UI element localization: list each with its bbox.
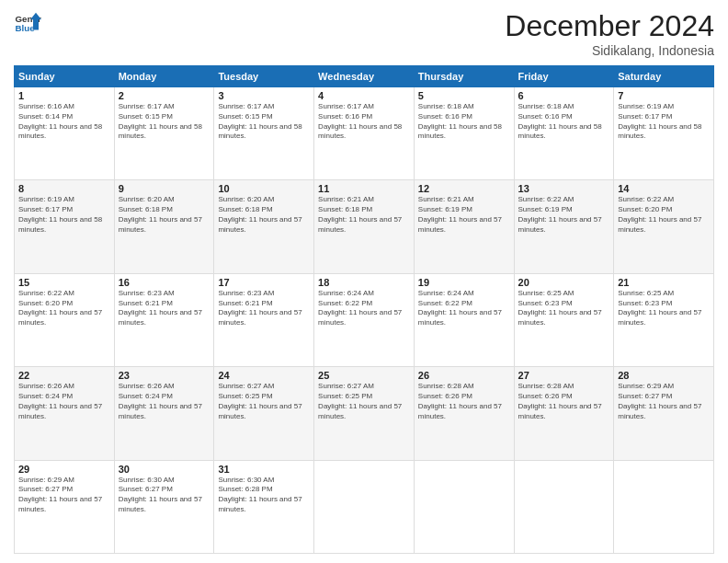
col-header-tuesday: Tuesday: [214, 66, 314, 87]
day-number: 15: [18, 277, 110, 288]
day-cell: 9 Sunrise: 6:20 AM Sunset: 6:18 PM Dayli…: [114, 180, 214, 273]
week-row-3: 15 Sunrise: 6:22 AM Sunset: 6:20 PM Dayl…: [15, 273, 714, 366]
day-number: 9: [119, 183, 210, 194]
day-cell: 28 Sunrise: 6:29 AM Sunset: 6:27 PM Dayl…: [614, 367, 714, 460]
day-number: 3: [218, 90, 310, 101]
day-info: Sunrise: 6:23 AM Sunset: 6:21 PM Dayligh…: [218, 289, 310, 328]
day-cell: 14 Sunrise: 6:22 AM Sunset: 6:20 PM Dayl…: [614, 180, 714, 273]
day-number: 22: [18, 370, 110, 381]
day-info: Sunrise: 6:21 AM Sunset: 6:18 PM Dayligh…: [318, 195, 410, 235]
day-number: 25: [318, 370, 410, 381]
day-number: 23: [119, 370, 210, 381]
day-info: Sunrise: 6:25 AM Sunset: 6:23 PM Dayligh…: [518, 289, 610, 328]
day-info: Sunrise: 6:19 AM Sunset: 6:17 PM Dayligh…: [618, 102, 710, 142]
day-cell: 4 Sunrise: 6:17 AM Sunset: 6:16 PM Dayli…: [314, 87, 415, 180]
day-cell: 10 Sunrise: 6:20 AM Sunset: 6:18 PM Dayl…: [214, 180, 314, 273]
day-cell: 12 Sunrise: 6:21 AM Sunset: 6:19 PM Dayl…: [414, 180, 514, 273]
day-number: 2: [119, 90, 210, 101]
day-cell: 16 Sunrise: 6:23 AM Sunset: 6:21 PM Dayl…: [114, 273, 214, 366]
col-header-saturday: Saturday: [614, 66, 714, 87]
day-info: Sunrise: 6:28 AM Sunset: 6:26 PM Dayligh…: [418, 382, 510, 421]
day-number: 12: [418, 183, 510, 194]
calendar-header-row: SundayMondayTuesdayWednesdayThursdayFrid…: [15, 66, 714, 87]
day-info: Sunrise: 6:29 AM Sunset: 6:27 PM Dayligh…: [18, 476, 110, 515]
day-info: Sunrise: 6:18 AM Sunset: 6:16 PM Dayligh…: [518, 102, 610, 142]
day-cell: 1 Sunrise: 6:16 AM Sunset: 6:14 PM Dayli…: [15, 87, 115, 180]
day-info: Sunrise: 6:24 AM Sunset: 6:22 PM Dayligh…: [318, 289, 410, 328]
page: General Blue December 2024 Sidikalang, I…: [0, 0, 728, 563]
day-number: 17: [218, 277, 310, 288]
day-number: 21: [618, 277, 710, 288]
day-cell: 18 Sunrise: 6:24 AM Sunset: 6:22 PM Dayl…: [314, 273, 415, 366]
location-title: Sidikalang, Indonesia: [505, 43, 714, 58]
day-number: 31: [218, 464, 310, 475]
day-number: 20: [518, 277, 610, 288]
day-info: Sunrise: 6:22 AM Sunset: 6:20 PM Dayligh…: [18, 289, 110, 328]
day-info: Sunrise: 6:29 AM Sunset: 6:27 PM Dayligh…: [618, 382, 710, 421]
day-number: 4: [318, 90, 410, 101]
week-row-4: 22 Sunrise: 6:26 AM Sunset: 6:24 PM Dayl…: [15, 367, 714, 460]
day-cell: 2 Sunrise: 6:17 AM Sunset: 6:15 PM Dayli…: [114, 87, 214, 180]
day-cell: 25 Sunrise: 6:27 AM Sunset: 6:25 PM Dayl…: [314, 367, 415, 460]
day-cell: 3 Sunrise: 6:17 AM Sunset: 6:15 PM Dayli…: [214, 87, 314, 180]
day-info: Sunrise: 6:25 AM Sunset: 6:23 PM Dayligh…: [618, 289, 710, 328]
day-number: 18: [318, 277, 410, 288]
day-number: 29: [18, 464, 110, 475]
day-number: 14: [618, 183, 710, 194]
day-cell: 17 Sunrise: 6:23 AM Sunset: 6:21 PM Dayl…: [214, 273, 314, 366]
day-info: Sunrise: 6:21 AM Sunset: 6:19 PM Dayligh…: [418, 195, 510, 235]
day-info: Sunrise: 6:19 AM Sunset: 6:17 PM Dayligh…: [18, 195, 110, 235]
day-info: Sunrise: 6:20 AM Sunset: 6:18 PM Dayligh…: [218, 195, 310, 235]
day-number: 1: [18, 90, 110, 101]
day-cell: 5 Sunrise: 6:18 AM Sunset: 6:16 PM Dayli…: [414, 87, 514, 180]
col-header-monday: Monday: [114, 66, 214, 87]
day-number: 28: [618, 370, 710, 381]
day-info: Sunrise: 6:22 AM Sunset: 6:20 PM Dayligh…: [618, 195, 710, 235]
day-number: 24: [218, 370, 310, 381]
day-cell: 13 Sunrise: 6:22 AM Sunset: 6:19 PM Dayl…: [514, 180, 614, 273]
day-number: 7: [618, 90, 710, 101]
logo: General Blue: [14, 9, 41, 37]
col-header-wednesday: Wednesday: [314, 66, 415, 87]
day-cell: 6 Sunrise: 6:18 AM Sunset: 6:16 PM Dayli…: [514, 87, 614, 180]
day-number: 26: [418, 370, 510, 381]
month-title: December 2024: [505, 9, 714, 43]
day-cell: 23 Sunrise: 6:26 AM Sunset: 6:24 PM Dayl…: [114, 367, 214, 460]
day-cell: 21 Sunrise: 6:25 AM Sunset: 6:23 PM Dayl…: [614, 273, 714, 366]
day-cell: 31 Sunrise: 6:30 AM Sunset: 6:28 PM Dayl…: [214, 460, 314, 553]
day-number: 27: [518, 370, 610, 381]
day-info: Sunrise: 6:23 AM Sunset: 6:21 PM Dayligh…: [119, 289, 210, 328]
day-cell: 19 Sunrise: 6:24 AM Sunset: 6:22 PM Dayl…: [414, 273, 514, 366]
day-info: Sunrise: 6:27 AM Sunset: 6:25 PM Dayligh…: [218, 382, 310, 421]
day-cell: [414, 460, 514, 553]
col-header-thursday: Thursday: [414, 66, 514, 87]
week-row-5: 29 Sunrise: 6:29 AM Sunset: 6:27 PM Dayl…: [15, 460, 714, 553]
day-info: Sunrise: 6:27 AM Sunset: 6:25 PM Dayligh…: [318, 382, 410, 421]
day-cell: 15 Sunrise: 6:22 AM Sunset: 6:20 PM Dayl…: [15, 273, 115, 366]
day-info: Sunrise: 6:30 AM Sunset: 6:28 PM Dayligh…: [218, 476, 310, 515]
day-cell: [614, 460, 714, 553]
day-info: Sunrise: 6:22 AM Sunset: 6:19 PM Dayligh…: [518, 195, 610, 235]
day-info: Sunrise: 6:17 AM Sunset: 6:16 PM Dayligh…: [318, 102, 410, 142]
day-number: 11: [318, 183, 410, 194]
day-number: 19: [418, 277, 510, 288]
col-header-sunday: Sunday: [15, 66, 115, 87]
week-row-1: 1 Sunrise: 6:16 AM Sunset: 6:14 PM Dayli…: [15, 87, 714, 180]
day-number: 5: [418, 90, 510, 101]
day-number: 8: [18, 183, 110, 194]
day-info: Sunrise: 6:26 AM Sunset: 6:24 PM Dayligh…: [18, 382, 110, 421]
col-header-friday: Friday: [514, 66, 614, 87]
day-info: Sunrise: 6:30 AM Sunset: 6:27 PM Dayligh…: [119, 476, 210, 515]
day-info: Sunrise: 6:24 AM Sunset: 6:22 PM Dayligh…: [418, 289, 510, 328]
day-number: 10: [218, 183, 310, 194]
day-cell: 29 Sunrise: 6:29 AM Sunset: 6:27 PM Dayl…: [15, 460, 115, 553]
day-number: 16: [119, 277, 210, 288]
day-info: Sunrise: 6:18 AM Sunset: 6:16 PM Dayligh…: [418, 102, 510, 142]
day-cell: 7 Sunrise: 6:19 AM Sunset: 6:17 PM Dayli…: [614, 87, 714, 180]
calendar-table: SundayMondayTuesdayWednesdayThursdayFrid…: [14, 65, 714, 554]
day-info: Sunrise: 6:17 AM Sunset: 6:15 PM Dayligh…: [119, 102, 210, 142]
day-cell: 11 Sunrise: 6:21 AM Sunset: 6:18 PM Dayl…: [314, 180, 415, 273]
day-cell: [514, 460, 614, 553]
day-cell: 26 Sunrise: 6:28 AM Sunset: 6:26 PM Dayl…: [414, 367, 514, 460]
day-info: Sunrise: 6:16 AM Sunset: 6:14 PM Dayligh…: [18, 102, 110, 142]
